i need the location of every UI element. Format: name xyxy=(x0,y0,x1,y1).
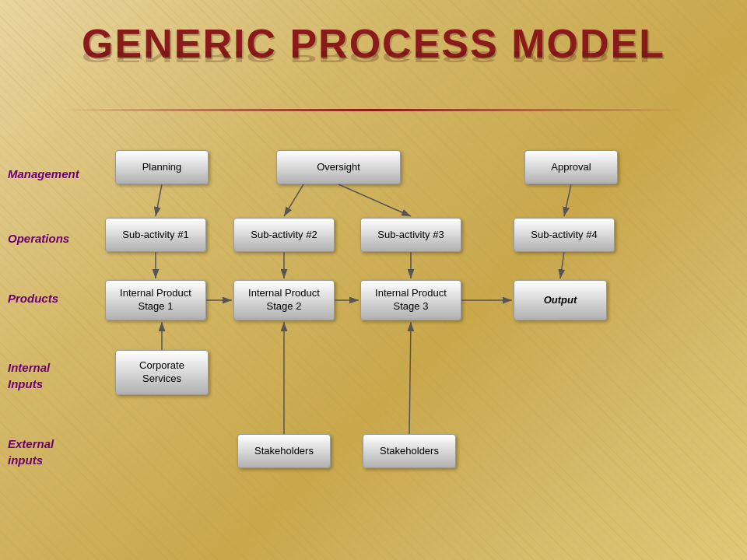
svg-line-2 xyxy=(284,184,303,216)
box-stakeholders2: Stakeholders xyxy=(363,434,456,468)
box-sub2: Sub-activity #2 xyxy=(233,218,335,252)
title-underline xyxy=(62,109,685,111)
box-sub4: Sub-activity #4 xyxy=(514,218,615,252)
box-sub3: Sub-activity #3 xyxy=(360,218,461,252)
box-approval: Approval xyxy=(524,150,618,184)
label-products: Products xyxy=(8,292,58,305)
svg-line-1 xyxy=(156,184,162,216)
box-planning: Planning xyxy=(115,150,209,184)
svg-line-3 xyxy=(338,184,411,216)
box-sub1: Sub-activity #1 xyxy=(105,218,206,252)
box-output: Output xyxy=(514,280,607,320)
box-ips1: Internal ProductStage 1 xyxy=(105,280,206,320)
title-reflection: GENERIC PROCESS MODEL xyxy=(0,49,747,65)
box-oversight: Oversight xyxy=(276,150,401,184)
box-corporate: CorporateServices xyxy=(115,350,209,395)
box-stakeholders1: Stakeholders xyxy=(237,434,331,468)
svg-line-4 xyxy=(564,184,571,216)
title-container: GENERIC PROCESS MODEL GENERIC PROCESS MO… xyxy=(0,23,747,111)
label-operations: Operations xyxy=(8,232,69,245)
label-external-inputs: Externalinputs xyxy=(8,436,54,468)
svg-line-14 xyxy=(409,322,411,434)
svg-line-8 xyxy=(560,252,564,278)
box-ips3: Internal ProductStage 3 xyxy=(360,280,461,320)
label-internal-inputs: InternalInputs xyxy=(8,359,50,392)
box-ips2: Internal ProductStage 2 xyxy=(233,280,335,320)
label-management: Management xyxy=(8,167,79,180)
